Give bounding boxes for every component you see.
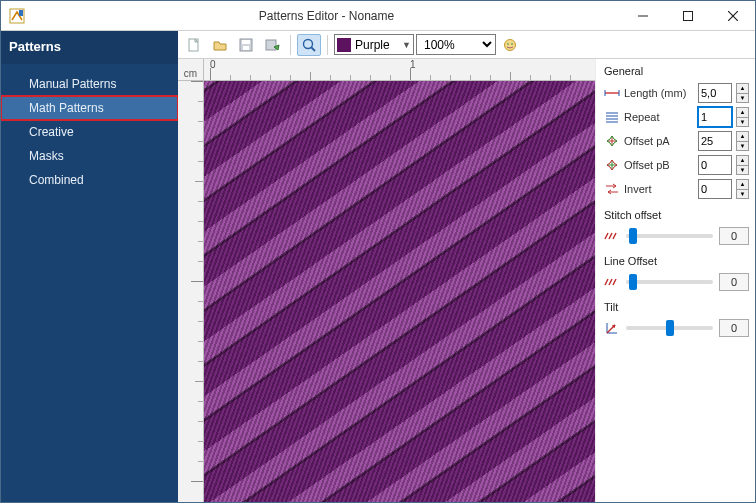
spin-up[interactable]: ▲	[736, 179, 749, 189]
color-swatch	[337, 38, 351, 52]
minimize-button[interactable]	[620, 1, 665, 30]
sidebar-title: Patterns	[1, 31, 178, 64]
line-offset-icon	[604, 274, 620, 290]
svg-rect-8	[242, 40, 250, 44]
save-to-library-button[interactable]	[260, 34, 284, 56]
canvas[interactable]	[204, 81, 595, 502]
window-controls	[620, 1, 755, 30]
ruler-unit: cm	[178, 59, 204, 81]
spin-up[interactable]: ▲	[736, 107, 749, 117]
spin-down[interactable]: ▼	[736, 93, 749, 104]
slider-row-stitch: 0	[604, 225, 749, 247]
title-bar: Patterns Editor - Noname	[1, 1, 755, 31]
ruler-label: 1	[410, 59, 416, 70]
tilt-icon	[604, 320, 620, 336]
tilt-slider[interactable]	[626, 326, 713, 330]
slider-thumb[interactable]	[629, 274, 637, 290]
window-title: Patterns Editor - Noname	[33, 9, 620, 23]
invert-input[interactable]	[698, 179, 732, 199]
sidebar-item-math-patterns[interactable]: Math Patterns	[1, 96, 178, 120]
ruler-row: cm 0 1	[178, 59, 595, 81]
invert-spinner[interactable]: ▲▼	[736, 179, 749, 199]
svg-rect-10	[266, 40, 276, 50]
sidebar-item-masks[interactable]: Masks	[1, 144, 178, 168]
ruler-label: 0	[210, 59, 216, 70]
section-line-offset: Line Offset 0	[604, 255, 749, 293]
app-window: Patterns Editor - Noname Patterns Manual…	[0, 0, 756, 503]
sidebar-item-label: Manual Patterns	[29, 77, 116, 91]
horizontal-ruler[interactable]: 0 1	[204, 59, 595, 81]
offset-pa-input[interactable]	[698, 131, 732, 151]
section-title: Tilt	[604, 301, 749, 313]
spin-up[interactable]: ▲	[736, 83, 749, 93]
pattern-preview	[204, 81, 595, 502]
stitch-offset-slider[interactable]	[626, 234, 713, 238]
canvas-row	[178, 81, 595, 502]
spin-down[interactable]: ▼	[736, 141, 749, 152]
prop-row-invert: Invert ▲▼	[604, 177, 749, 201]
repeat-input[interactable]	[698, 107, 732, 127]
slider-thumb[interactable]	[666, 320, 674, 336]
zoom-select[interactable]: 100%	[416, 34, 496, 55]
repeat-spinner[interactable]: ▲▼	[736, 107, 749, 127]
svg-rect-1	[19, 10, 23, 16]
open-button[interactable]	[208, 34, 232, 56]
view-options-button[interactable]	[498, 34, 522, 56]
prop-row-offset-pa: Offset pA ▲▼	[604, 129, 749, 153]
toolbar-divider	[327, 35, 328, 55]
spin-up[interactable]: ▲	[736, 131, 749, 141]
toolbar: Purple ▼ 100%	[178, 31, 755, 59]
slider-row-line: 0	[604, 271, 749, 293]
offset-pa-icon	[604, 133, 620, 149]
sidebar-item-manual-patterns[interactable]: Manual Patterns	[1, 72, 178, 96]
zoom-tool-button[interactable]	[297, 34, 321, 56]
length-input[interactable]	[698, 83, 732, 103]
chevron-down-icon: ▼	[402, 40, 411, 50]
invert-icon	[604, 181, 620, 197]
sidebar-item-label: Math Patterns	[29, 101, 104, 115]
sidebar: Patterns Manual Patterns Math Patterns C…	[1, 31, 178, 502]
svg-point-15	[511, 43, 513, 45]
repeat-icon	[604, 109, 620, 125]
content: Patterns Manual Patterns Math Patterns C…	[1, 31, 755, 502]
maximize-button[interactable]	[665, 1, 710, 30]
svg-point-11	[304, 39, 313, 48]
offset-pa-spinner[interactable]: ▲▼	[736, 131, 749, 151]
spin-down[interactable]: ▼	[736, 117, 749, 128]
sidebar-item-combined[interactable]: Combined	[1, 168, 178, 192]
offset-pb-spinner[interactable]: ▲▼	[736, 155, 749, 175]
sidebar-item-creative[interactable]: Creative	[1, 120, 178, 144]
properties-panel: General Length (mm) ▲▼ Repeat ▲▼	[595, 59, 755, 502]
prop-label: Offset pB	[624, 159, 694, 171]
section-general: General Length (mm) ▲▼ Repeat ▲▼	[604, 65, 749, 201]
length-icon	[604, 85, 620, 101]
section-stitch-offset: Stitch offset 0	[604, 209, 749, 247]
offset-pb-input[interactable]	[698, 155, 732, 175]
spin-down[interactable]: ▼	[736, 189, 749, 200]
section-title: Stitch offset	[604, 209, 749, 221]
slider-thumb[interactable]	[629, 228, 637, 244]
prop-row-offset-pb: Offset pB ▲▼	[604, 153, 749, 177]
section-title: General	[604, 65, 749, 77]
prop-label: Offset pA	[624, 135, 694, 147]
color-select[interactable]: Purple ▼	[334, 34, 414, 55]
spin-up[interactable]: ▲	[736, 155, 749, 165]
prop-label: Length (mm)	[624, 87, 694, 99]
svg-line-12	[311, 47, 315, 51]
spin-down[interactable]: ▼	[736, 165, 749, 176]
close-button[interactable]	[710, 1, 755, 30]
sidebar-items: Manual Patterns Math Patterns Creative M…	[1, 64, 178, 192]
line-offset-slider[interactable]	[626, 280, 713, 284]
vertical-ruler[interactable]	[178, 81, 204, 502]
stitch-offset-icon	[604, 228, 620, 244]
save-button[interactable]	[234, 34, 258, 56]
prop-label: Repeat	[624, 111, 694, 123]
main: Purple ▼ 100% cm 0	[178, 31, 755, 502]
svg-point-13	[505, 39, 516, 50]
section-tilt: Tilt 0	[604, 301, 749, 339]
new-button[interactable]	[182, 34, 206, 56]
prop-label: Invert	[624, 183, 694, 195]
length-spinner[interactable]: ▲▼	[736, 83, 749, 103]
section-title: Line Offset	[604, 255, 749, 267]
slider-row-tilt: 0	[604, 317, 749, 339]
